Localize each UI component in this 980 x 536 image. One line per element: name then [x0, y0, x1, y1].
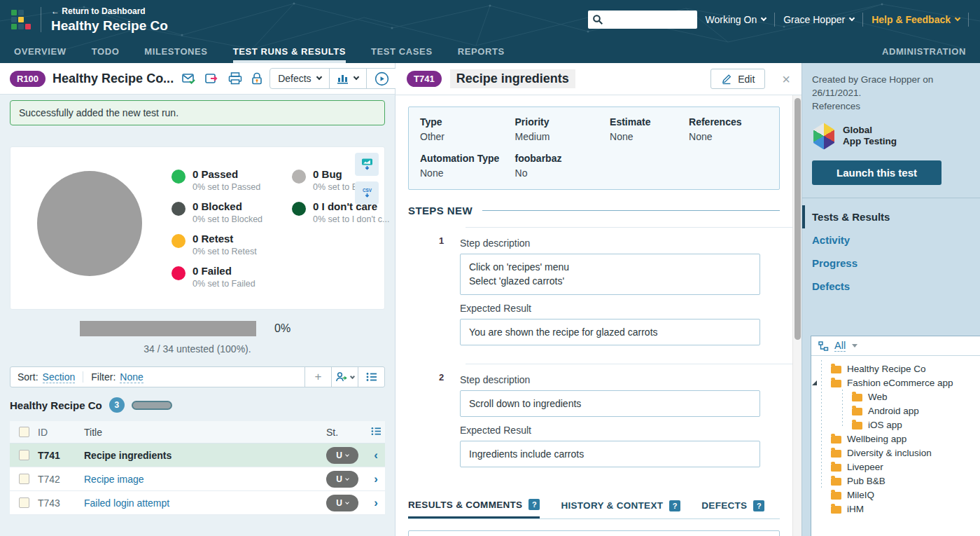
close-icon[interactable]: × [782, 72, 790, 86]
push-defect-icon[interactable] [205, 73, 219, 84]
search-input[interactable] [606, 15, 693, 25]
expand-row-icon[interactable]: › [367, 496, 385, 510]
table-row[interactable]: T741 Recipe ingredients U ‹ [10, 444, 385, 467]
tree-item-ios-app[interactable]: iOS app [811, 418, 976, 432]
launch-this-test-button[interactable]: Launch this test [812, 160, 941, 185]
email-notify-icon[interactable] [182, 72, 196, 85]
sidebar-item-tests-results[interactable]: Tests & Results [802, 205, 980, 228]
row-checkbox[interactable] [19, 497, 29, 508]
assign-to-button[interactable] [331, 367, 358, 387]
sidebar-item-defects[interactable]: Defects [802, 275, 980, 298]
test-title-link[interactable]: Recipe ingredients [84, 450, 326, 461]
i-dont-care-dot-icon [292, 202, 306, 216]
tree-item-fashion-ecommerce-app[interactable]: Fashion eCommerce app [811, 376, 976, 390]
return-to-dashboard-link[interactable]: ← Return to Dashboard [51, 6, 168, 16]
tab-history-context[interactable]: HISTORY & CONTEXT? [561, 499, 680, 518]
tab-test-cases[interactable]: TEST CASES [371, 46, 433, 63]
download-csv-button[interactable]: CSV [355, 181, 379, 205]
table-row[interactable]: T742 Recipe image U › [10, 467, 385, 491]
collapse-row-icon[interactable]: ‹ [367, 448, 385, 462]
folder-icon [831, 492, 841, 500]
app-logo[interactable] [11, 10, 31, 29]
tree-item-android-app[interactable]: Android app [811, 404, 976, 418]
expand-row-icon[interactable]: › [367, 472, 385, 486]
sidebar-item-activity[interactable]: Activity [802, 228, 980, 252]
legend-item-blocked: 0 Blocked0% set to Blocked [172, 200, 262, 224]
search-box[interactable] [588, 11, 697, 29]
tab-reports[interactable]: REPORTS [458, 46, 505, 63]
expected-result-box: Ingredients include carrots [460, 441, 760, 467]
success-alert: Successfully added the new test run. [10, 100, 385, 125]
help-icon[interactable]: ? [528, 499, 540, 510]
tab-overview[interactable]: OVERVIEW [14, 46, 66, 63]
chart-dropdown[interactable] [330, 69, 367, 88]
select-all-checkbox[interactable] [19, 427, 29, 437]
tree-item-mileiq[interactable]: MileIQ [811, 488, 976, 502]
tab-administration[interactable]: ADMINISTRATION [882, 46, 966, 63]
user-menu[interactable]: Grace Hopper [783, 14, 854, 25]
sidebar-item-progress[interactable]: Progress [802, 252, 980, 275]
attr-automation-type: Automation TypeNone [420, 153, 515, 179]
scrollbar-thumb[interactable] [794, 98, 801, 340]
status-pill[interactable]: U [326, 471, 358, 488]
tab-defects[interactable]: DEFECTS? [701, 499, 764, 518]
status-pill[interactable]: U [326, 495, 358, 511]
caret-down-icon[interactable] [852, 344, 858, 348]
rerun-button[interactable] [367, 69, 398, 88]
edit-button[interactable]: Edit [710, 69, 765, 89]
lock-icon[interactable] [251, 72, 262, 85]
menu-divider [862, 13, 863, 27]
status-pie-chart [37, 171, 142, 276]
sort-label: Sort: [18, 371, 38, 383]
filter-value-link[interactable]: None [120, 371, 143, 383]
expected-result-label: Expected Result [460, 425, 760, 436]
tab-results-comments[interactable]: RESULTS & COMMENTS? [408, 499, 540, 518]
page-title: Healthy Recipe Co [51, 18, 168, 34]
chevron-down-icon [345, 453, 349, 457]
tab-milestones[interactable]: MILESTONES [144, 46, 207, 63]
columns-button[interactable] [358, 367, 384, 387]
tab-todo[interactable]: TODO [92, 46, 120, 63]
test-title-link[interactable]: Recipe image [84, 474, 326, 485]
tab-test-runs-results[interactable]: TEST RUNS & RESULTS [233, 46, 346, 63]
add-result-comment-box[interactable] [408, 530, 780, 536]
run-header: R100 Healthy Recipe Co... Defects [0, 63, 395, 95]
step-item: 2 Step description Scroll down to ingred… [396, 364, 792, 476]
tree-item-web[interactable]: Web [811, 390, 976, 404]
download-chart-button[interactable] [355, 153, 379, 176]
tree-item-pub-bb[interactable]: Pub B&B [811, 474, 976, 488]
tree-item-diversity-inclusion[interactable]: Diversity & inclusion [811, 446, 976, 460]
menu-divider [774, 13, 775, 27]
help-feedback-menu[interactable]: Help & Feedback [872, 14, 960, 25]
tree-item-ihm[interactable]: iHM [811, 502, 976, 516]
column-header-title: Title [84, 427, 326, 438]
untested-progress-bar [80, 321, 256, 336]
help-icon[interactable]: ? [669, 500, 680, 511]
tree-item-wellbeing-app[interactable]: Wellbeing app [811, 432, 976, 446]
tree-item-livepeer[interactable]: Livepeer [811, 460, 976, 474]
table-row[interactable]: T743 Failed login attempt U › [10, 491, 385, 515]
print-icon[interactable] [228, 72, 242, 85]
test-title-link[interactable]: Failed login attempt [84, 497, 326, 509]
row-checkbox[interactable] [19, 450, 29, 460]
attr-estimate: EstimateNone [610, 116, 689, 142]
expander-open-icon[interactable] [812, 380, 817, 385]
defects-dropdown[interactable]: Defects [270, 69, 329, 88]
tree-root-all-link[interactable]: All [834, 340, 846, 352]
scrollbar-track[interactable] [792, 95, 802, 536]
columns-list-icon[interactable] [371, 427, 382, 436]
add-test-button[interactable]: + [304, 367, 331, 387]
result-tabs: RESULTS & COMMENTS? HISTORY & CONTEXT? D… [408, 499, 780, 519]
sort-value-link[interactable]: Section [43, 371, 76, 383]
status-pill[interactable]: U [326, 447, 358, 464]
folder-icon [831, 478, 841, 486]
play-icon [374, 71, 389, 86]
help-icon[interactable]: ? [753, 500, 764, 511]
folder-icon [831, 436, 841, 444]
tree-item-healthy-recipe-co[interactable]: Healthy Recipe Co [811, 362, 976, 376]
row-checkbox[interactable] [19, 474, 29, 484]
context-sidebar: Created by Grace Hopper on 26/11/2021. R… [802, 63, 980, 536]
attr-foobarbaz: foobarbazNo [515, 153, 610, 179]
attr-type: TypeOther [420, 116, 515, 142]
working-on-menu[interactable]: Working On [706, 14, 766, 25]
